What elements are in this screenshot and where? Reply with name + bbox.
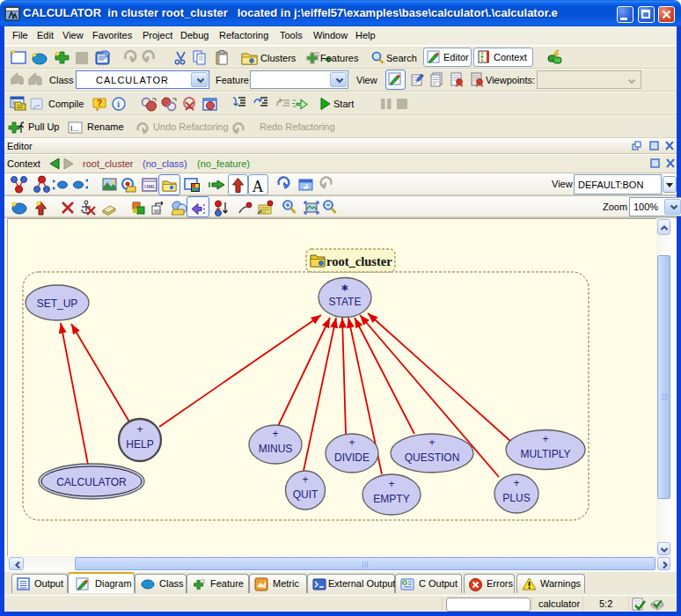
svg-text:i: i	[117, 99, 120, 109]
svg-text:STATE: STATE	[329, 296, 362, 308]
svg-text:I...: I...	[70, 124, 79, 133]
svg-text:90°: 90°	[154, 209, 161, 214]
svg-text:UML: UML	[144, 184, 156, 189]
svg-text:PLUS: PLUS	[502, 492, 530, 504]
svg-text:+: +	[272, 428, 278, 440]
svg-text:QUIT: QUIT	[293, 488, 319, 501]
svg-text:?: ?	[97, 99, 102, 108]
svg-text:SET_UP: SET_UP	[37, 297, 78, 310]
svg-text:+: +	[513, 477, 519, 489]
svg-text:+: +	[388, 478, 394, 490]
svg-text:+: +	[542, 433, 548, 445]
svg-text:CALCULATOR: CALCULATOR	[56, 476, 127, 488]
svg-text:+: +	[348, 436, 355, 449]
svg-text:DIVIDE: DIVIDE	[334, 451, 370, 464]
svg-text:MINUS: MINUS	[259, 443, 293, 455]
svg-text:MULTIPLY: MULTIPLY	[521, 448, 571, 460]
svg-text:+: +	[136, 423, 143, 436]
svg-text:root_cluster: root_cluster	[326, 254, 392, 268]
svg-text:EMPTY: EMPTY	[373, 493, 409, 505]
svg-text:A: A	[253, 178, 264, 195]
svg-text:QUESTION: QUESTION	[405, 451, 460, 464]
svg-text:HELP: HELP	[126, 438, 153, 451]
svg-text:+: +	[302, 473, 308, 486]
svg-text:+: +	[428, 436, 435, 449]
